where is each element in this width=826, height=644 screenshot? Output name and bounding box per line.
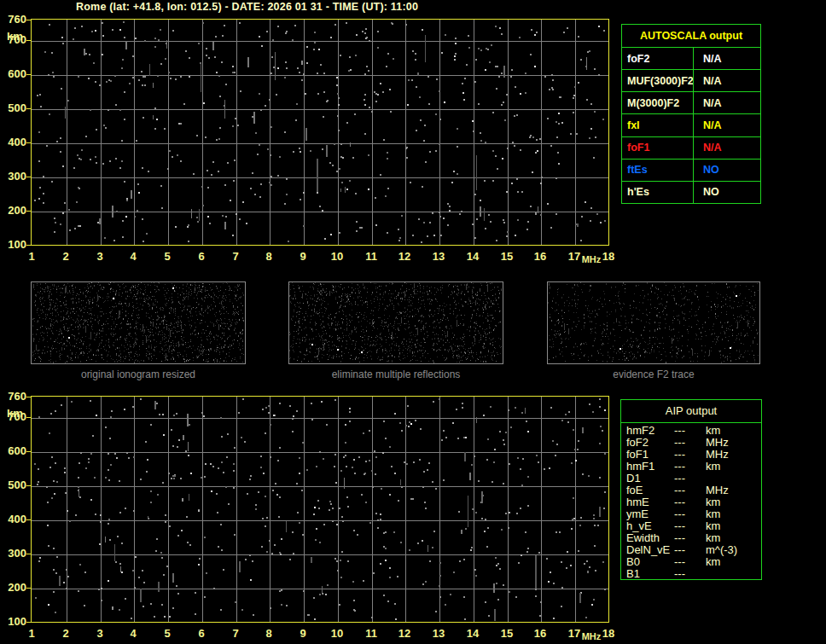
thumb-noise-dot — [206, 359, 207, 360]
thumb-noise-dot — [177, 352, 178, 353]
thumb-noise-dot — [371, 303, 372, 304]
thumb-noise-dot — [388, 360, 389, 362]
thumb-noise-dot — [691, 291, 692, 292]
thumb-noise-dot — [376, 292, 377, 293]
thumb-noise-dot — [607, 328, 608, 330]
noise-dot — [538, 461, 539, 463]
thumb-noise-dot — [208, 354, 209, 355]
thumb-noise-dot — [445, 359, 446, 360]
thumb-noise-dot — [625, 360, 625, 361]
thumb-noise-dot — [753, 300, 754, 301]
thumb-noise-dot — [193, 357, 194, 358]
thumb-noise-dot — [486, 308, 486, 310]
thumb-noise-dot — [150, 323, 151, 324]
thumb-noise-dot — [49, 295, 49, 296]
thumb-noise-dot — [663, 314, 664, 315]
thumb-noise-dot — [424, 334, 425, 334]
thumb-noise-dot — [346, 316, 346, 316]
thumb-noise-dot — [590, 333, 591, 334]
thumb-noise-dot — [47, 314, 48, 316]
thumb-noise-dot — [488, 350, 489, 351]
thumb-noise-dot — [35, 300, 36, 302]
noise-dot — [201, 412, 203, 414]
thumb-noise-dot — [324, 301, 325, 302]
thumb-noise-dot — [119, 339, 120, 339]
thumb-noise-dot — [183, 304, 183, 305]
noise-dot — [325, 594, 327, 595]
thumb-noise-dot — [91, 314, 92, 316]
autoscala-row-value: N/A — [694, 114, 760, 136]
thumb-noise-dot — [183, 340, 183, 341]
thumb-noise-dot — [723, 305, 724, 306]
thumb-noise-dot — [705, 345, 706, 346]
thumb-noise-dot — [494, 304, 495, 305]
thumb-noise-dot — [738, 302, 739, 303]
thumb-noise-dot — [165, 304, 166, 305]
noise-dot — [352, 467, 353, 468]
thumb-noise-dot — [487, 315, 488, 316]
thumb-noise-dot — [100, 311, 101, 312]
thumb-noise-dot — [489, 299, 490, 299]
thumb-noise-dot — [679, 322, 680, 323]
thumb-noise-dot — [95, 319, 96, 321]
aip-table-rows: hmF2---kmfoF2---MHzfoF1---MHzhmF1---kmD1… — [621, 423, 761, 580]
noise-dot — [556, 444, 558, 445]
thumb-noise-dot — [204, 349, 205, 350]
thumb-noise-dot — [678, 340, 678, 341]
thumb-noise-dot — [409, 345, 410, 346]
thumb-noise-dot — [159, 282, 160, 284]
thumb-noise-dot — [449, 328, 450, 329]
thumb-noise-dot — [568, 310, 569, 311]
thumb-noise-dot — [392, 355, 393, 357]
thumb-noise-dot — [356, 314, 357, 315]
thumb-noise-dot — [740, 320, 741, 321]
noise-dot — [342, 520, 344, 522]
thumb-noise-dot — [117, 361, 118, 363]
noise-dot — [63, 582, 65, 583]
thumb-noise-dot — [226, 297, 227, 298]
thumb-noise-dot — [56, 330, 57, 331]
thumb-noise-dot — [225, 323, 226, 324]
thumb-noise-dot — [359, 353, 360, 354]
noise-dot — [599, 477, 601, 479]
thumb-noise-streak — [447, 331, 448, 337]
thumb-noise-dot — [38, 321, 38, 322]
thumb-noise-dot — [75, 322, 76, 323]
thumb-noise-dot — [339, 311, 340, 312]
noise-dot — [361, 494, 363, 496]
aip-row: hmF1---km — [621, 461, 761, 473]
thumb-noise-dot — [695, 311, 696, 312]
thumb-noise-dot — [701, 345, 702, 346]
thumb-noise-dot — [584, 328, 585, 328]
thumb-noise-dot — [333, 287, 334, 288]
thumb-noise-dot — [317, 311, 317, 312]
thumb-noise-dot — [234, 314, 235, 316]
thumb-noise-dot — [379, 303, 380, 304]
thumb-noise-dot — [215, 358, 216, 359]
thumb-noise-dot — [170, 313, 171, 314]
noise-dot — [303, 590, 305, 592]
noise-dot — [573, 518, 575, 519]
thumb-noise-dot — [138, 284, 139, 285]
thumb-noise-dot — [213, 325, 214, 326]
aip-row-label: h_vE — [621, 520, 674, 532]
thumb-noise-streak — [401, 317, 402, 323]
thumb-noise-dot — [455, 300, 456, 302]
thumb-noise-dot — [435, 299, 436, 299]
thumb-noise-dot — [149, 317, 150, 319]
thumb-noise-dot — [705, 351, 706, 353]
thumb-noise-dot — [698, 339, 699, 339]
thumb-noise-dot — [327, 354, 328, 355]
thumb-noise-dot — [411, 339, 412, 340]
thumb-noise-dot — [163, 287, 164, 288]
thumb-noise-dot — [651, 351, 652, 352]
thumb-noise-dot — [728, 328, 729, 329]
noise-dot — [599, 406, 601, 408]
thumb-noise-dot — [661, 354, 662, 355]
thumb-noise-dot — [193, 307, 194, 308]
thumb-noise-dot — [346, 322, 347, 322]
thumb-noise-dot — [207, 312, 208, 314]
thumb-noise-dot — [433, 316, 433, 316]
y-axis-tick — [26, 451, 31, 452]
thumb-noise-dot — [614, 303, 614, 304]
